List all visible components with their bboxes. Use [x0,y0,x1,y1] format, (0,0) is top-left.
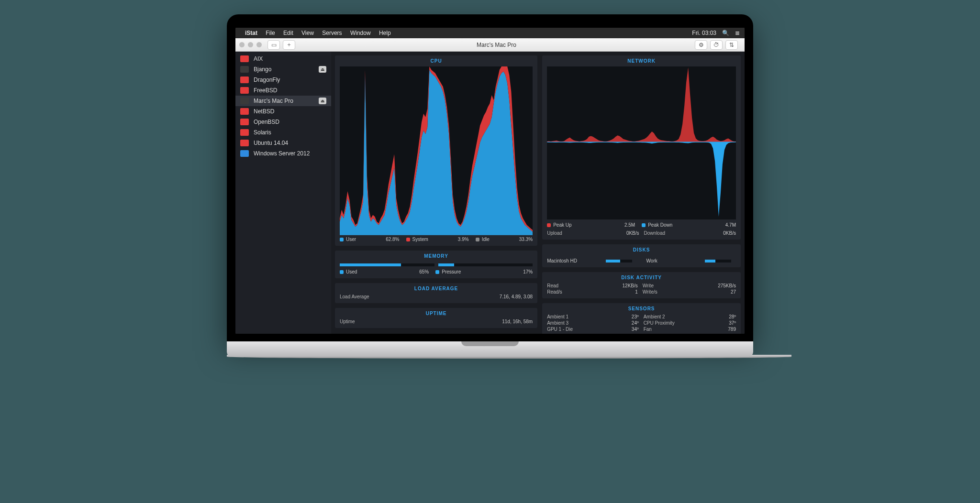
sidebar-item-windows-server-2012[interactable]: Windows Server 2012 [235,148,331,159]
sidebar-item-label: FreeBSD [254,87,277,94]
server-icon [240,108,249,115]
disk-name: Work [646,258,705,263]
memory-title: MEMORY [340,253,533,259]
sidebar-item-label: Marc's Mac Pro [254,98,293,104]
sidebar-item-dragonfly[interactable]: DragonFly [235,75,331,85]
uptime-panel: UPTIME Uptime11d, 16h, 58m [335,308,537,328]
sidebar-item-ubuntu-14-04[interactable]: Ubuntu 14.04 [235,138,331,148]
memory-panel: MEMORY Used 65% Pressure 17% [335,251,537,278]
memory-pressure-bar [438,263,533,266]
sidebar-item-label: NetBSD [254,108,274,115]
sidebar-item-label: Solaris [254,129,271,136]
sidebar-item-solaris[interactable]: Solaris [235,127,331,138]
disk-activity-title: DISK ACTIVITY [547,275,736,280]
server-icon [240,98,249,104]
sidebar-item-label: Windows Server 2012 [254,150,310,157]
server-icon [240,77,249,83]
sidebar-item-label: OpenBSD [254,119,279,125]
settings-button[interactable]: ⚙ [695,40,707,50]
sidebar-item-label: DragonFly [254,77,280,83]
history-button[interactable]: ⏱ [710,40,723,50]
menubar-list-icon[interactable]: ≣ [735,30,740,36]
window-traffic-lights[interactable] [239,42,262,47]
network-chart [547,66,736,219]
menu-view[interactable]: View [301,30,314,36]
memory-used-bar [340,263,434,266]
cpu-panel: CPU User 62.8% System 3.9% Idle 33.3% [335,55,537,246]
sidebar-item-aix[interactable]: AIX [235,54,331,64]
sensors-panel: SENSORS Ambient 123ºAmbient 228ºAmbient … [542,303,741,334]
load-title: LOAD AVERAGE [340,286,533,291]
activity-button[interactable]: ⇅ [725,40,738,50]
sensors-title: SENSORS [547,306,736,311]
sidebar-item-bjango[interactable]: Bjango⏏ [235,64,331,75]
disks-title: DISKS [547,247,736,252]
menu-edit[interactable]: Edit [283,30,293,36]
add-button[interactable]: ＋ [283,40,295,50]
server-icon [240,55,249,62]
os-menubar: iStat File Edit View Servers Window Help… [235,28,745,38]
sidebar-item-marc-s-mac-pro[interactable]: Marc's Mac Pro⏏ [235,96,331,106]
menu-help[interactable]: Help [379,30,391,36]
server-icon [240,129,249,136]
menu-window[interactable]: Window [350,30,371,36]
zoom-icon[interactable] [256,42,262,47]
sidebar-item-openbsd[interactable]: OpenBSD [235,117,331,127]
spotlight-icon[interactable]: 🔍 [722,30,729,36]
sidebar-item-label: Ubuntu 14.04 [254,140,288,146]
server-icon [240,66,249,73]
disk-activity-panel: DISK ACTIVITY Read12KB/sWrite275KB/sRead… [542,272,741,298]
sidebar-item-label: Bjango [254,66,271,73]
window-title: Marc's Mac Pro [298,42,695,48]
eject-icon[interactable]: ⏏ [319,98,326,104]
toggle-sidebar-button[interactable]: ▭ [267,40,280,50]
server-icon [240,140,249,146]
network-title: NETWORK [547,58,736,64]
eject-icon[interactable]: ⏏ [319,66,326,73]
load-average-panel: LOAD AVERAGE Load Average7.16, 4.89, 3.0… [335,283,537,303]
minimize-icon[interactable] [248,42,253,47]
server-sidebar: AIXBjango⏏DragonFlyFreeBSDMarc's Mac Pro… [235,52,331,334]
menu-file[interactable]: File [266,30,275,36]
disk-name: Macintosh HD [547,258,605,263]
server-icon [240,87,249,94]
menu-app[interactable]: iStat [245,30,257,36]
network-panel: NETWORK Peak Up 2.5M Peak Down 4.7M Uplo… [542,55,741,240]
cpu-chart [340,66,533,234]
server-icon [240,119,249,125]
server-icon [240,150,249,157]
uptime-title: UPTIME [340,311,533,316]
sidebar-item-label: AIX [254,55,263,62]
window-toolbar: ▭ ＋ Marc's Mac Pro ⚙ ⏱ ⇅ [235,38,745,52]
menu-servers[interactable]: Servers [322,30,342,36]
disk-usage-bar [606,260,632,262]
disks-panel: DISKS Macintosh HD Work [542,244,741,267]
cpu-title: CPU [340,58,533,64]
close-icon[interactable] [239,42,245,47]
cpu-legend: User 62.8% System 3.9% Idle 33.3% [340,237,533,242]
sidebar-item-netbsd[interactable]: NetBSD [235,106,331,117]
sidebar-item-freebsd[interactable]: FreeBSD [235,85,331,96]
menubar-clock: Fri. 03:03 [692,30,716,36]
disk-usage-bar [705,260,731,262]
